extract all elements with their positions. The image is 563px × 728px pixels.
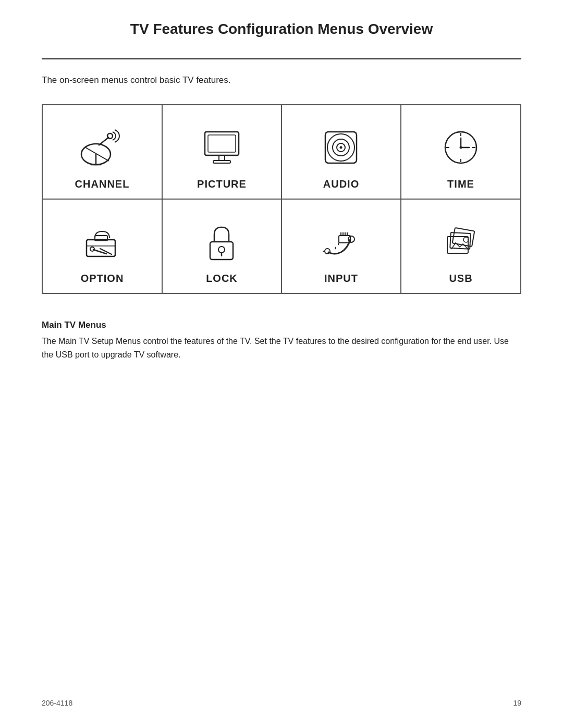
menu-cell-picture[interactable]: Picture <box>162 105 282 199</box>
usb-icon <box>437 218 484 265</box>
page-title: TV Features Configuration Menus Overview <box>42 21 521 43</box>
channel-icon <box>79 124 126 171</box>
intro-text: The on-screen menus control basic TV fea… <box>42 75 521 85</box>
footer-right: 19 <box>513 699 521 707</box>
picture-label: Picture <box>197 178 247 190</box>
usb-label: Usb <box>449 273 472 285</box>
main-tv-menus-body: The Main TV Setup Menus control the feat… <box>42 335 521 361</box>
menu-cell-option[interactable]: Option <box>43 199 162 293</box>
menu-grid: Channel Picture <box>43 105 520 293</box>
menu-cell-lock[interactable]: Lock <box>162 199 282 293</box>
input-label: Input <box>324 273 358 285</box>
menu-cell-time[interactable]: Time <box>401 105 520 199</box>
svg-point-30 <box>218 246 225 253</box>
title-divider <box>42 58 521 59</box>
option-icon <box>79 218 126 265</box>
svg-point-3 <box>107 133 113 139</box>
picture-icon <box>199 124 246 171</box>
svg-line-1 <box>85 147 109 161</box>
svg-rect-9 <box>213 161 230 163</box>
option-label: Option <box>81 273 124 285</box>
svg-point-22 <box>459 146 462 149</box>
audio-label: Audio <box>323 178 359 190</box>
svg-rect-8 <box>219 155 225 161</box>
time-icon <box>437 124 484 171</box>
lock-icon <box>199 218 246 265</box>
menu-cell-channel[interactable]: Channel <box>43 105 162 199</box>
menu-cell-audio[interactable]: Audio <box>282 105 401 199</box>
audio-icon <box>318 124 365 171</box>
main-tv-menus-heading: Main TV Menus <box>42 320 521 330</box>
time-label: Time <box>447 178 474 190</box>
main-tv-menus-section: Main TV Menus The Main TV Setup Menus co… <box>42 320 521 361</box>
lock-label: Lock <box>206 273 238 285</box>
menu-grid-container: Channel Picture <box>42 104 521 294</box>
svg-line-2 <box>99 137 109 145</box>
footer-left: 206-4118 <box>42 699 72 707</box>
input-icon <box>318 218 365 265</box>
svg-rect-29 <box>210 242 233 260</box>
svg-point-38 <box>325 249 330 254</box>
channel-label: Channel <box>75 178 130 190</box>
page-footer: 206-4118 19 <box>42 699 521 707</box>
menu-cell-input[interactable]: Input <box>282 199 401 293</box>
svg-rect-7 <box>208 135 236 152</box>
menu-cell-usb[interactable]: Usb <box>401 199 520 293</box>
svg-point-14 <box>340 146 342 149</box>
